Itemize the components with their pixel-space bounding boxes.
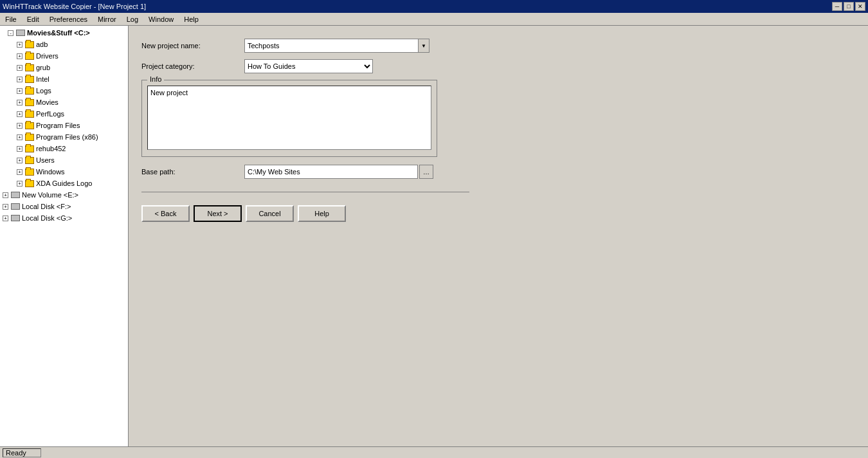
expand-icon-xdaguideslogo[interactable]: + xyxy=(17,181,23,187)
tree-label-newvolumee: New Volume <E:> xyxy=(22,191,78,199)
minimize-button[interactable]: ─ xyxy=(832,2,842,11)
folder-icon-xdaguideslogo xyxy=(24,178,35,188)
tree-label-rehub452: rehub452 xyxy=(36,145,66,152)
window-title: WinHTTrack Website Copier - [New Project… xyxy=(3,3,146,10)
tree-label-logs: Logs xyxy=(36,87,51,95)
project-category-control: How To Guides General Technology News xyxy=(244,59,373,73)
expand-icon-programfilesx86[interactable]: + xyxy=(17,134,23,140)
expand-icon-grub[interactable]: + xyxy=(17,65,23,71)
menu-mirror[interactable]: Mirror xyxy=(93,13,122,25)
menu-help[interactable]: Help xyxy=(179,13,204,25)
base-path-row: Base path: … xyxy=(141,165,855,179)
expand-icon-logs[interactable]: + xyxy=(17,88,23,94)
tree-label-intel: Intel xyxy=(36,75,50,83)
tree-item-movies[interactable]: + Movies xyxy=(15,96,127,108)
tree-item-root[interactable]: - Movies&Stuff <C:> xyxy=(6,27,127,39)
tree-item-rehub452[interactable]: + rehub452 xyxy=(15,143,127,154)
main-layout: - Movies&Stuff <C:> + adb + Drivers xyxy=(0,26,868,446)
tree-item-programfiles[interactable]: + Program Files xyxy=(15,120,127,131)
tree-item-newvolumee[interactable]: + New Volume <E:> xyxy=(1,189,127,201)
tree-label-xdaguideslogo: XDA Guides Logo xyxy=(36,179,92,187)
expand-icon-localdiskf[interactable]: + xyxy=(3,204,8,210)
menu-edit[interactable]: Edit xyxy=(22,13,44,25)
folder-icon-perflogs xyxy=(24,109,35,119)
maximize-button[interactable]: □ xyxy=(844,2,854,11)
info-section: Info New project xyxy=(141,80,437,157)
folder-icon-programfiles xyxy=(24,120,35,131)
expand-icon-localdiskg[interactable]: + xyxy=(3,215,8,221)
tree-item-programfilesx86[interactable]: + Program Files (x86) xyxy=(15,131,127,143)
next-button[interactable]: Next > xyxy=(194,205,242,222)
tree-item-windows[interactable]: + Windows xyxy=(15,166,127,178)
tree-item-grub[interactable]: + grub xyxy=(15,62,127,73)
base-path-input[interactable] xyxy=(244,165,418,179)
tree-label-adb: adb xyxy=(36,41,48,48)
expand-icon-perflogs[interactable]: + xyxy=(17,111,23,117)
expand-icon-drivers[interactable]: + xyxy=(17,53,23,59)
help-button[interactable]: Help xyxy=(298,205,346,222)
tree-item-localdiskf[interactable]: + Local Disk <F:> xyxy=(1,201,127,212)
expand-icon-rehub452[interactable]: + xyxy=(17,146,23,152)
tree-item-xdaguideslogo[interactable]: + XDA Guides Logo xyxy=(15,178,127,189)
folder-icon-programfilesx86 xyxy=(24,132,35,142)
back-button[interactable]: < Back xyxy=(141,205,190,222)
tree-item-logs[interactable]: + Logs xyxy=(15,85,127,96)
project-name-input[interactable]: Techposts xyxy=(244,39,418,53)
menu-file[interactable]: File xyxy=(0,13,22,25)
buttons-row: < Back Next > Cancel Help xyxy=(141,205,855,222)
folder-icon-logs xyxy=(24,86,35,96)
expand-icon-windows[interactable]: + xyxy=(17,169,23,175)
drive-icon-e xyxy=(10,190,21,200)
project-name-label: New project name: xyxy=(141,42,244,50)
menu-window[interactable]: Window xyxy=(143,13,179,25)
drive-icon xyxy=(15,28,26,38)
project-name-dropdown-btn[interactable]: ▼ xyxy=(418,39,429,53)
tree-label-windows: Windows xyxy=(36,168,65,176)
info-textarea[interactable]: New project xyxy=(147,86,431,150)
drive-icon-f xyxy=(10,201,21,212)
tree-item-intel[interactable]: + Intel xyxy=(15,73,127,85)
dropdown-arrow-icon: ▼ xyxy=(421,43,426,49)
expand-icon-intel[interactable]: + xyxy=(17,77,23,82)
project-name-control: Techposts ▼ xyxy=(244,39,429,53)
tree-root-label: Movies&Stuff <C:> xyxy=(27,29,90,37)
info-group-legend: Info xyxy=(147,75,164,83)
project-category-label: Project category: xyxy=(141,62,244,70)
tree-item-adb[interactable]: + adb xyxy=(15,39,127,50)
folder-icon-windows xyxy=(24,167,35,177)
tree-label-grub: grub xyxy=(36,64,50,71)
expand-icon-movies[interactable]: + xyxy=(17,100,23,105)
tree-label-programfilesx86: Program Files (x86) xyxy=(36,133,98,141)
tree-label-drivers: Drivers xyxy=(36,52,59,60)
info-group-box: Info New project xyxy=(141,80,437,157)
project-category-row: Project category: How To Guides General … xyxy=(141,59,855,73)
folder-icon-adb xyxy=(24,39,35,50)
menu-log[interactable]: Log xyxy=(122,13,143,25)
tree-item-perflogs[interactable]: + PerfLogs xyxy=(15,108,127,120)
menu-preferences[interactable]: Preferences xyxy=(44,13,93,25)
project-category-select[interactable]: How To Guides General Technology News xyxy=(244,59,373,73)
tree-item-localdiskg[interactable]: + Local Disk <G:> xyxy=(1,212,127,224)
expand-icon-adb[interactable]: + xyxy=(17,42,23,48)
status-bar: Ready xyxy=(0,446,868,458)
expand-icon-users[interactable]: + xyxy=(17,158,23,163)
tree-item-drivers[interactable]: + Drivers xyxy=(15,50,127,62)
project-name-value: Techposts xyxy=(248,42,280,50)
tree-root-children: + adb + Drivers + grub + Intel xyxy=(6,39,127,189)
folder-icon-rehub452 xyxy=(24,143,35,154)
title-bar: WinHTTrack Website Copier - [New Project… xyxy=(0,0,868,13)
expand-icon-programfiles[interactable]: + xyxy=(17,123,23,129)
cancel-button[interactable]: Cancel xyxy=(246,205,294,222)
expand-icon-root[interactable]: - xyxy=(8,30,14,36)
tree-panel: - Movies&Stuff <C:> + adb + Drivers xyxy=(0,26,129,446)
close-button[interactable]: ✕ xyxy=(855,2,865,11)
tree-item-users[interactable]: + Users xyxy=(15,154,127,166)
window-controls: ─ □ ✕ xyxy=(832,2,865,11)
menu-bar: File Edit Preferences Mirror Log Window … xyxy=(0,13,868,26)
expand-icon-newvolumee[interactable]: + xyxy=(3,192,8,198)
tree-label-perflogs: PerfLogs xyxy=(36,110,64,118)
tree-label-movies: Movies xyxy=(36,98,59,106)
browse-button[interactable]: … xyxy=(419,165,433,179)
tree-label-localdiskg: Local Disk <G:> xyxy=(22,214,72,222)
content-panel: New project name: Techposts ▼ Project ca… xyxy=(129,26,868,446)
